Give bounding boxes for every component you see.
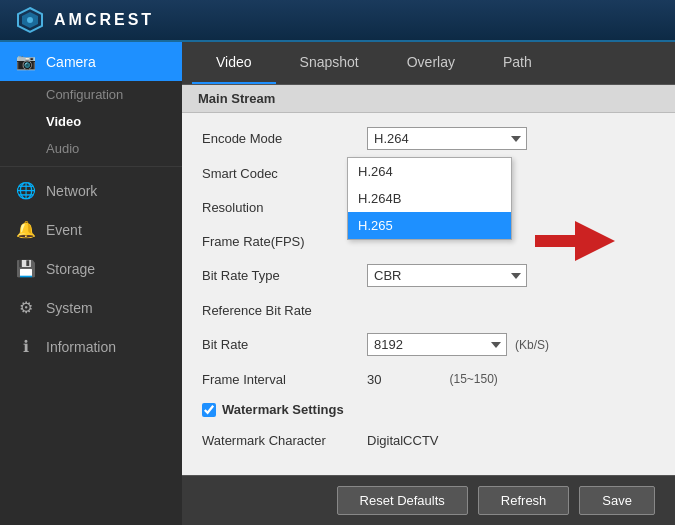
frame-interval-value: 30 xyxy=(367,372,381,387)
storage-icon: 💾 xyxy=(16,259,36,278)
logo: AMCREST xyxy=(16,6,154,34)
arrow-indicator xyxy=(535,221,615,264)
bit-rate-select[interactable]: 8192 xyxy=(367,333,507,356)
svg-point-2 xyxy=(27,17,33,23)
sidebar-label-information: Information xyxy=(46,339,116,355)
sidebar-label-system: System xyxy=(46,300,93,316)
frame-interval-range: (15~150) xyxy=(449,372,497,386)
sidebar-label-camera: Camera xyxy=(46,54,96,70)
frame-interval-control: 30 (15~150) xyxy=(367,372,498,387)
watermark-settings-row: Watermark Settings xyxy=(202,396,655,423)
watermark-character-row: Watermark Character DigitalCCTV xyxy=(202,423,655,457)
frame-interval-label: Frame Interval xyxy=(202,372,367,387)
logo-icon xyxy=(16,6,44,34)
sidebar-label-storage: Storage xyxy=(46,261,95,277)
watermark-character-value: DigitalCCTV xyxy=(367,433,439,448)
sidebar-item-camera[interactable]: 📷 Camera xyxy=(0,42,182,81)
bit-rate-row: Bit Rate 8192 (Kb/S) xyxy=(202,327,655,362)
watermark-character-control: DigitalCCTV xyxy=(367,433,439,448)
camera-icon: 📷 xyxy=(16,52,36,71)
watermark-settings-checkbox[interactable] xyxy=(202,403,216,417)
sidebar-item-storage[interactable]: 💾 Storage xyxy=(0,249,182,288)
tab-snapshot[interactable]: Snapshot xyxy=(276,42,383,84)
encode-mode-control: H.264 xyxy=(367,127,527,150)
reset-defaults-button[interactable]: Reset Defaults xyxy=(337,486,468,515)
tab-video[interactable]: Video xyxy=(192,42,276,84)
frame-interval-row: Frame Interval 30 (15~150) xyxy=(202,362,655,396)
bottom-bar: Reset Defaults Refresh Save xyxy=(182,475,675,525)
bit-rate-type-label: Bit Rate Type xyxy=(202,268,367,283)
bit-rate-type-select[interactable]: CBR xyxy=(367,264,527,287)
logo-text: AMCREST xyxy=(54,11,154,29)
network-icon: 🌐 xyxy=(16,181,36,200)
reference-bit-rate-row: Reference Bit Rate xyxy=(202,293,655,327)
smart-codec-label: Smart Codec xyxy=(202,166,367,181)
main-panel: Video Snapshot Overlay Path Main Stream … xyxy=(182,42,675,525)
sidebar-divider-1 xyxy=(0,166,182,167)
dropdown-item-h264b[interactable]: H.264B xyxy=(348,185,511,212)
bit-rate-control: 8192 (Kb/S) xyxy=(367,333,549,356)
sidebar-sub-video[interactable]: Video xyxy=(0,108,182,135)
reference-bit-rate-label: Reference Bit Rate xyxy=(202,303,367,318)
sidebar-item-network[interactable]: 🌐 Network xyxy=(0,171,182,210)
content-area: Main Stream Encode Mode H.264 H.264 xyxy=(182,85,675,475)
encode-mode-label: Encode Mode xyxy=(202,131,367,146)
encode-mode-row: Encode Mode H.264 xyxy=(202,121,655,156)
section-title: Main Stream xyxy=(182,85,675,113)
sidebar-label-event: Event xyxy=(46,222,82,238)
sidebar: 📷 Camera Configuration Video Audio 🌐 Net… xyxy=(0,42,182,525)
bit-rate-unit: (Kb/S) xyxy=(515,338,549,352)
tab-overlay[interactable]: Overlay xyxy=(383,42,479,84)
sidebar-label-network: Network xyxy=(46,183,97,199)
bit-rate-label: Bit Rate xyxy=(202,337,367,352)
bit-rate-type-control: CBR xyxy=(367,264,527,287)
sidebar-item-event[interactable]: 🔔 Event xyxy=(0,210,182,249)
sidebar-item-system[interactable]: ⚙ System xyxy=(0,288,182,327)
tabs: Video Snapshot Overlay Path xyxy=(182,42,675,85)
header: AMCREST xyxy=(0,0,675,42)
sidebar-sub-audio[interactable]: Audio xyxy=(0,135,182,162)
dropdown-item-h264[interactable]: H.264 xyxy=(348,158,511,185)
refresh-button[interactable]: Refresh xyxy=(478,486,570,515)
sidebar-sub-configuration[interactable]: Configuration xyxy=(0,81,182,108)
information-icon: ℹ xyxy=(16,337,36,356)
frame-rate-label: Frame Rate(FPS) xyxy=(202,234,367,249)
layout: 📷 Camera Configuration Video Audio 🌐 Net… xyxy=(0,42,675,525)
form-area: Encode Mode H.264 H.264 H.264B xyxy=(182,113,675,465)
event-icon: 🔔 xyxy=(16,220,36,239)
encode-mode-select[interactable]: H.264 xyxy=(367,127,527,150)
svg-marker-3 xyxy=(535,221,615,261)
encode-mode-dropdown: H.264 H.264B H.265 xyxy=(347,157,512,240)
tab-path[interactable]: Path xyxy=(479,42,556,84)
sidebar-item-information[interactable]: ℹ Information xyxy=(0,327,182,366)
resolution-label: Resolution xyxy=(202,200,367,215)
dropdown-item-h265[interactable]: H.265 xyxy=(348,212,511,239)
watermark-settings-label: Watermark Settings xyxy=(222,402,344,417)
watermark-character-label: Watermark Character xyxy=(202,433,367,448)
save-button[interactable]: Save xyxy=(579,486,655,515)
system-icon: ⚙ xyxy=(16,298,36,317)
